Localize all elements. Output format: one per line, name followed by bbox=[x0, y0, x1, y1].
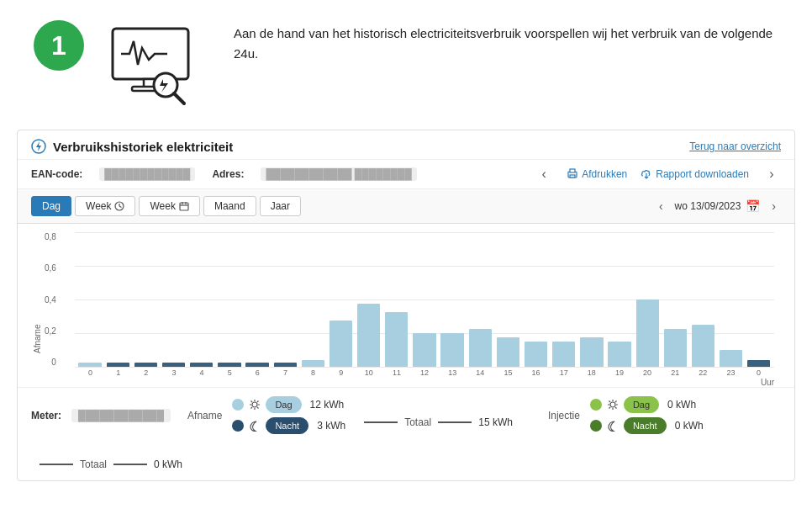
meter-label: Meter: bbox=[31, 410, 61, 421]
download-icon bbox=[641, 168, 652, 180]
nav-left-arrow[interactable]: ‹ bbox=[535, 165, 553, 183]
injectie-dag-item: Dag 0 kWh bbox=[590, 396, 704, 413]
x-label-23: 23 bbox=[717, 368, 745, 377]
afname-totaal-label: Totaal bbox=[404, 416, 431, 428]
legend-row: Meter: ████████████ Afname Dag bbox=[18, 387, 794, 480]
x-label-24: 0 bbox=[745, 368, 772, 377]
bar-6 bbox=[245, 363, 268, 367]
ean-label: EAN-code: bbox=[31, 168, 82, 180]
afname-dag-dot bbox=[232, 399, 244, 411]
injectie-totaal-kwh: 0 kWh bbox=[154, 458, 182, 470]
date-next-arrow[interactable]: › bbox=[767, 198, 781, 215]
x-label-10: 10 bbox=[355, 368, 382, 377]
afname-totaal: x Totaal 15 kWh bbox=[361, 402, 513, 428]
back-link[interactable]: Terug naar overzicht bbox=[689, 140, 781, 152]
nav-right-arrow[interactable]: › bbox=[762, 165, 781, 183]
printer-icon bbox=[567, 168, 578, 180]
bar-group-17 bbox=[551, 232, 577, 367]
tab-dag[interactable]: Dag bbox=[31, 196, 71, 216]
x-label-8: 8 bbox=[299, 368, 327, 377]
bar-group-12 bbox=[411, 232, 438, 367]
tab-row: Dag Week Week Maand Jaar ‹ wo 13/09/2023 bbox=[18, 189, 794, 224]
print-label: Afdrukken bbox=[582, 168, 627, 180]
injectie-label: Injectie bbox=[548, 410, 580, 421]
bar-group-0 bbox=[76, 232, 103, 367]
svg-line-5 bbox=[174, 93, 184, 103]
injectie-totaal-label: Totaal bbox=[80, 458, 107, 470]
afname-label: Afname bbox=[187, 410, 222, 421]
sun-icon-injectie bbox=[607, 399, 619, 411]
afname-totaal-kwh: 15 kWh bbox=[478, 416, 513, 428]
moon-icon-injectie bbox=[607, 420, 619, 432]
date-text: wo 13/09/2023 bbox=[675, 200, 741, 212]
bar-group-6 bbox=[244, 232, 271, 367]
address-value: ████████████ ████████ bbox=[261, 167, 416, 181]
x-axis-title: Uur bbox=[75, 378, 774, 387]
svg-marker-7 bbox=[36, 141, 41, 151]
x-label-16: 16 bbox=[522, 368, 550, 377]
bar-group-19 bbox=[606, 232, 633, 367]
tab-jaar[interactable]: Jaar bbox=[260, 196, 301, 216]
injectie-nacht-item: Nacht 0 kWh bbox=[590, 417, 704, 434]
bar-group-22 bbox=[689, 232, 716, 367]
bar-24 bbox=[747, 360, 770, 367]
x-label-9: 9 bbox=[327, 368, 355, 377]
bar-2 bbox=[134, 363, 157, 367]
date-navigation: ‹ wo 13/09/2023 📅 › bbox=[654, 198, 781, 215]
moon-icon-afname bbox=[249, 420, 261, 432]
x-label-19: 19 bbox=[605, 368, 633, 377]
injectie-items: Dag 0 kWh Nacht 0 kWh bbox=[590, 396, 704, 434]
main-panel: Verbruikshistoriek elektriciteit Terug n… bbox=[17, 130, 795, 481]
bar-group-1 bbox=[104, 232, 131, 367]
print-button[interactable]: Afdrukken bbox=[567, 168, 627, 180]
x-label-7: 7 bbox=[272, 368, 299, 377]
y-axis-labels: 0,8 0,6 0,4 0,2 0 bbox=[45, 232, 56, 367]
injectie-dag-tag[interactable]: Dag bbox=[624, 396, 659, 413]
bar-1 bbox=[107, 363, 129, 367]
x-axis: 012345678910111213141516171819202122230 bbox=[75, 368, 774, 377]
bar-11 bbox=[385, 312, 408, 367]
injectie-totaal-line bbox=[40, 464, 73, 465]
y-label-0: 0 bbox=[45, 358, 56, 367]
x-label-1: 1 bbox=[104, 368, 132, 377]
step-number: 1 bbox=[34, 20, 84, 71]
bar-group-20 bbox=[634, 232, 661, 367]
bar-22 bbox=[692, 325, 714, 367]
bar-23 bbox=[720, 350, 742, 367]
injectie-nacht-tag[interactable]: Nacht bbox=[624, 417, 667, 434]
svg-line-14 bbox=[119, 206, 122, 208]
y-label-0_2: 0,2 bbox=[45, 326, 56, 336]
sun-icon bbox=[249, 399, 261, 411]
x-label-15: 15 bbox=[494, 368, 522, 377]
x-label-11: 11 bbox=[382, 368, 410, 377]
bar-4 bbox=[190, 363, 213, 367]
afname-totaal-line2 bbox=[438, 421, 472, 423]
bar-group-3 bbox=[160, 232, 187, 367]
svg-point-28 bbox=[610, 402, 615, 407]
chart-grid: 0,8 0,6 0,4 0,2 0 bbox=[75, 232, 774, 367]
bar-group-21 bbox=[662, 232, 688, 367]
download-label: Rapport downloaden bbox=[656, 168, 749, 180]
afname-items: Dag 12 kWh Nacht 3 kWh bbox=[232, 396, 345, 434]
svg-line-35 bbox=[615, 401, 617, 403]
svg-line-26 bbox=[257, 401, 259, 403]
chart-area: 0,8 0,6 0,4 0,2 0 bbox=[75, 232, 774, 387]
afname-nacht-tag[interactable]: Nacht bbox=[266, 417, 308, 434]
tab-week-calendar[interactable]: Week bbox=[139, 196, 199, 216]
bar-3 bbox=[162, 363, 185, 367]
date-calendar-icon[interactable]: 📅 bbox=[746, 199, 760, 213]
description-text: Aan de hand van het historisch electrici… bbox=[234, 20, 778, 64]
download-button[interactable]: Rapport downloaden bbox=[641, 168, 749, 180]
y-label-0_6: 0,6 bbox=[45, 263, 56, 273]
bar-19 bbox=[608, 342, 630, 367]
tab-maand[interactable]: Maand bbox=[203, 196, 256, 216]
x-label-20: 20 bbox=[634, 368, 662, 377]
bar-21 bbox=[664, 329, 687, 367]
bar-group-15 bbox=[494, 232, 521, 367]
date-display: wo 13/09/2023 📅 bbox=[675, 199, 761, 213]
date-prev-arrow[interactable]: ‹ bbox=[654, 198, 668, 215]
afname-dag-tag[interactable]: Dag bbox=[266, 396, 301, 413]
bar-group-5 bbox=[216, 232, 243, 367]
bar-group-14 bbox=[467, 232, 493, 367]
tab-week-clock[interactable]: Week bbox=[75, 196, 135, 216]
